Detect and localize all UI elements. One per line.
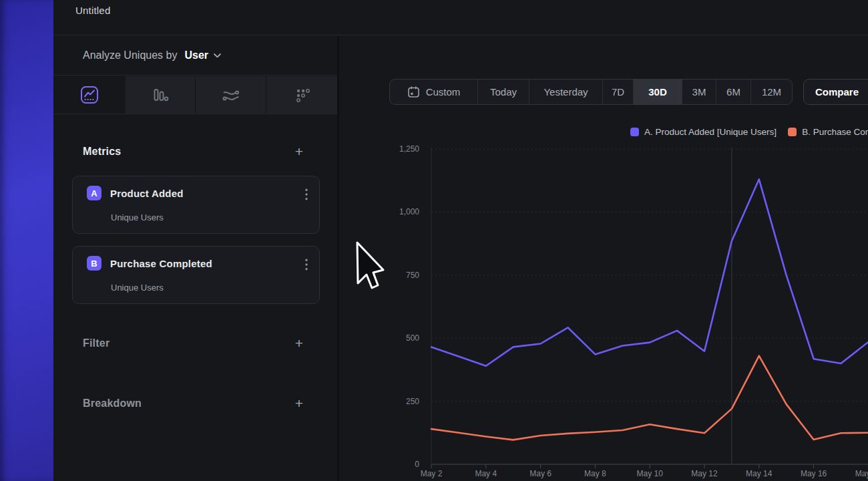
metrics-header: Metrics + — [83, 145, 303, 158]
metric-cards: AProduct AddedUnique UsersBPurchase Comp… — [72, 176, 320, 316]
top-bar: Untitled — [53, 0, 868, 35]
chart-type-tab-flows[interactable] — [195, 76, 266, 114]
metric-options-button[interactable] — [304, 257, 309, 275]
metric-subtitle: Unique Users — [111, 283, 164, 293]
kebab-menu-icon — [305, 259, 308, 271]
chart-type-tab-line[interactable] — [53, 76, 126, 114]
svg-text:May 16: May 16 — [801, 469, 827, 478]
compare-button[interactable]: Compare — [803, 79, 868, 105]
chart-type-tab-retention[interactable] — [266, 76, 337, 114]
metric-card[interactable]: AProduct AddedUnique Users — [72, 176, 320, 234]
range-6m-button[interactable]: 6M — [716, 79, 750, 104]
section-row-filter: Filter+ — [83, 337, 303, 350]
range-yesterday-button[interactable]: Yesterday — [529, 79, 602, 104]
analyze-by-selector[interactable]: User — [184, 49, 221, 61]
add-breakdown-button[interactable]: + — [295, 397, 303, 410]
svg-text:0: 0 — [415, 460, 419, 469]
bar-chart-icon — [150, 85, 170, 105]
svg-text:May 8: May 8 — [584, 469, 606, 478]
legend-swatch — [630, 128, 639, 136]
kebab-menu-icon — [305, 188, 308, 200]
metrics-heading: Metrics — [83, 146, 121, 158]
panel-divider — [337, 36, 339, 481]
app-window: Untitled Analyze Uniques by User — [0, 0, 868, 481]
line-chart-icon — [79, 85, 99, 105]
range-3m-button[interactable]: 3M — [682, 79, 716, 104]
svg-text:May 14: May 14 — [746, 469, 773, 478]
analyze-label: Analyze Uniques by — [83, 49, 177, 61]
date-range-selector: CustomTodayYesterday7D30D3M6M12M — [389, 79, 793, 105]
svg-text:250: 250 — [406, 397, 419, 406]
chart-type-tab-bar[interactable] — [126, 76, 195, 114]
svg-text:May 18: May 18 — [855, 469, 868, 478]
svg-text:May 6: May 6 — [529, 469, 552, 478]
section-row-breakdown: Breakdown+ — [83, 397, 303, 410]
range-today-button[interactable]: Today — [477, 79, 529, 104]
legend-item[interactable]: B. Purchase Completed [Unique Users] — [788, 127, 868, 137]
svg-text:750: 750 — [406, 271, 419, 280]
svg-text:500: 500 — [406, 333, 419, 343]
flows-icon — [220, 85, 242, 105]
metric-badge: B — [87, 256, 101, 271]
metric-subtitle: Unique Users — [111, 212, 164, 222]
legend-label: A. Product Added [Unique Users] — [644, 127, 777, 137]
query-sidebar: Analyze Uniques by User — [53, 36, 337, 481]
range-7d-button[interactable]: 7D — [602, 79, 633, 104]
background-gradient — [0, 0, 53, 481]
compare-label: Compare — [815, 86, 859, 98]
calendar-icon — [407, 86, 420, 98]
line-chart: 02505007501,0001,250May 2May 4May 6May 8… — [387, 137, 868, 481]
add-filter-button[interactable]: + — [295, 337, 303, 350]
metric-options-button[interactable] — [304, 187, 309, 204]
chart-type-tabs — [53, 76, 337, 114]
analyze-value: User — [184, 49, 208, 61]
metric-title: Purchase Completed — [110, 258, 212, 269]
svg-text:May 4: May 4 — [475, 469, 497, 478]
svg-text:May 2: May 2 — [421, 469, 443, 478]
mouse-cursor — [355, 240, 388, 294]
legend-label: B. Purchase Completed [Unique Users] — [802, 127, 868, 137]
svg-text:1,000: 1,000 — [399, 207, 419, 216]
report-title: Untitled — [75, 5, 110, 16]
legend-swatch — [788, 128, 797, 136]
metric-title: Product Added — [110, 188, 184, 199]
range-30d-button[interactable]: 30D — [633, 79, 682, 104]
legend-item[interactable]: A. Product Added [Unique Users] — [630, 127, 777, 137]
retention-grid-icon — [292, 85, 312, 105]
section-label: Filter — [83, 337, 110, 349]
metric-badge: A — [87, 186, 101, 200]
chart-legend: A. Product Added [Unique Users]B. Purcha… — [630, 127, 868, 137]
svg-text:1,250: 1,250 — [399, 144, 419, 154]
svg-text:May 12: May 12 — [691, 469, 718, 478]
analyze-row: Analyze Uniques by User — [53, 36, 337, 75]
metric-card[interactable]: BPurchase CompletedUnique Users — [72, 246, 320, 304]
chevron-down-icon — [214, 53, 221, 58]
section-label: Breakdown — [83, 397, 142, 410]
range-12m-button[interactable]: 12M — [750, 79, 792, 104]
svg-text:May 10: May 10 — [637, 469, 664, 478]
add-metric-button[interactable]: + — [295, 145, 303, 158]
range-custom-button[interactable]: Custom — [390, 79, 477, 104]
